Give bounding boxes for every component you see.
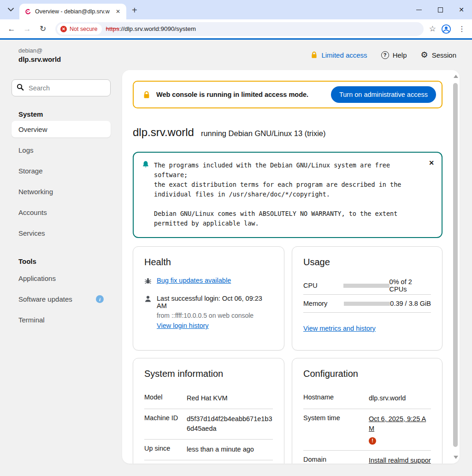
help-icon: ? — [381, 51, 389, 59]
forward-button[interactable]: → — [20, 22, 34, 36]
masthead-user: debian@ — [18, 47, 61, 54]
page-title-host: dlp.srv.world — [133, 126, 194, 139]
usage-card: Usage CPU 0% of 2 CPUs Memory 0.39 / 3.8… — [292, 246, 442, 351]
table-row: Model Red Hat KVM — [144, 388, 273, 409]
bookmark-star-icon[interactable]: ☆ — [429, 24, 436, 34]
scrollbar-up-arrow[interactable] — [454, 75, 458, 78]
usage-title: Usage — [303, 257, 431, 268]
browser-tabstrip: Overview - debian@dlp.srv.worl ✕ + ✕ — [0, 0, 472, 19]
memory-label: Memory — [303, 300, 344, 307]
help-button[interactable]: ? Help — [381, 51, 407, 59]
install-realmd-link[interactable]: Install realmd support — [369, 457, 431, 464]
session-button[interactable]: ⚙ Session — [420, 51, 456, 59]
memory-usage-row: Memory 0.39 / 3.8 GiB — [303, 295, 431, 313]
tab-close-icon[interactable]: ✕ — [113, 7, 123, 16]
limited-access-button[interactable]: Limited access — [311, 51, 367, 59]
window-controls: ✕ — [408, 0, 472, 19]
cpu-label: CPU — [303, 282, 343, 289]
time-sync-warning-icon: ! — [369, 437, 376, 445]
not-secure-label: Not secure — [70, 26, 97, 32]
close-icon[interactable]: ✕ — [429, 159, 434, 167]
address-bar[interactable]: ✕ Not secure https://dlp.srv.world:9090/… — [55, 22, 424, 36]
tab-title: Overview - debian@dlp.srv.worl — [35, 8, 110, 15]
view-login-history-link[interactable]: View login history — [157, 322, 209, 329]
limited-access-label: Limited access — [321, 51, 367, 59]
sidebar-item-terminal[interactable]: Terminal — [12, 309, 111, 330]
system-information-title: System information — [144, 369, 273, 379]
machine-id-label: Machine ID — [144, 414, 187, 434]
sidebar-item-networking[interactable]: Networking — [12, 181, 111, 202]
health-card: Health Bug fix updates availabl — [133, 246, 284, 351]
machine-id-value: d5f37d1d4f2b4eabb671e1b36d45aeda — [187, 414, 273, 434]
sidebar-item-services[interactable]: Services — [12, 223, 111, 244]
not-secure-chip[interactable]: ✕ Not secure — [57, 24, 102, 35]
window-close-button[interactable]: ✕ — [451, 0, 472, 19]
model-value: Red Hat KVM — [187, 393, 273, 403]
sidebar: System Overview Logs Storage Networking … — [0, 70, 122, 464]
hostname-value: dlp.srv.world — [369, 393, 431, 403]
hostname-label: Hostname — [303, 393, 369, 403]
domain-label: Domain — [303, 456, 369, 464]
lock-icon — [143, 91, 150, 99]
browser-menu-icon[interactable]: ⋮ — [456, 24, 467, 33]
browser-toolbar: ← → ↻ ✕ Not secure https://dlp.srv.world… — [0, 19, 472, 38]
not-secure-icon: ✕ — [60, 26, 67, 32]
table-row: System time Oct 6, 2025, 9:25 AM ! — [303, 409, 431, 451]
health-title: Health — [144, 257, 273, 268]
tab-list-chevron-button[interactable] — [5, 4, 17, 16]
user-icon — [144, 295, 152, 303]
minimize-icon — [416, 10, 422, 10]
bell-icon — [142, 161, 149, 168]
window-minimize-button[interactable] — [408, 0, 430, 19]
motd-banner: The programs included with the Debian GN… — [133, 152, 442, 238]
search-input[interactable] — [12, 79, 111, 96]
system-time-link[interactable]: Oct 6, 2025, 9:25 AM — [369, 415, 426, 432]
sidebar-item-applications[interactable]: Applications — [12, 268, 111, 289]
turn-on-admin-access-button[interactable]: Turn on administrative access — [331, 86, 436, 103]
model-label: Model — [144, 393, 187, 403]
maximize-icon — [438, 7, 443, 12]
memory-meter — [344, 302, 390, 306]
sidebar-item-storage[interactable]: Storage — [12, 161, 111, 181]
sidebar-item-logs[interactable]: Logs — [12, 140, 111, 161]
url-scheme: https — [106, 25, 119, 32]
configuration-title: Configuration — [303, 369, 431, 379]
window-maximize-button[interactable] — [430, 0, 451, 19]
new-tab-button[interactable]: + — [132, 6, 137, 15]
system-information-card: System information Model Red Hat KVM Mac… — [133, 358, 284, 464]
sidebar-item-overview[interactable]: Overview — [12, 121, 111, 137]
browser-tab[interactable]: Overview - debian@dlp.srv.worl ✕ — [19, 4, 126, 19]
gear-icon: ⚙ — [420, 51, 428, 59]
sidebar-item-accounts[interactable]: Accounts — [12, 202, 111, 223]
help-label: Help — [393, 51, 407, 59]
main-panel: Web console is running in limited access… — [122, 70, 460, 464]
scrollbar-down-arrow[interactable] — [454, 456, 458, 459]
profile-icon[interactable] — [441, 24, 452, 35]
session-label: Session — [432, 51, 456, 59]
login-from-text: from ::ffff:10.0.0.5 on web console — [157, 312, 273, 319]
sidebar-item-software-updates[interactable]: Software updates i — [12, 289, 111, 309]
search-icon — [17, 83, 24, 91]
reload-button[interactable]: ↻ — [36, 22, 50, 36]
host-switcher[interactable]: debian@ dlp.srv.world — [18, 47, 61, 63]
motd-text: The programs included with the Debian GN… — [154, 161, 401, 228]
memory-value: 0.39 / 3.8 GiB — [390, 300, 431, 307]
page-title-os: running Debian GNU/Linux 13 (trixie) — [201, 129, 326, 138]
view-metrics-link[interactable]: View metrics and history — [303, 325, 376, 332]
cpu-meter — [343, 284, 389, 288]
page-title: dlp.srv.world running Debian GNU/Linux 1… — [133, 126, 442, 139]
bug-icon — [144, 277, 152, 285]
table-row: Machine ID d5f37d1d4f2b4eabb671e1b36d45a… — [144, 409, 273, 440]
system-time-label: System time — [303, 414, 369, 445]
url-text: https://dlp.srv.world:9090/system — [106, 25, 196, 32]
masthead-host: dlp.srv.world — [18, 55, 61, 63]
masthead: debian@ dlp.srv.world Limited access ? H… — [0, 40, 472, 70]
bug-fix-updates-link[interactable]: Bug fix updates available — [157, 277, 231, 284]
sidebar-heading-tools: Tools — [18, 257, 111, 265]
scrollbar-thumb[interactable] — [453, 83, 458, 447]
table-row: Hostname dlp.srv.world — [303, 388, 431, 409]
back-button[interactable]: ← — [5, 22, 18, 36]
sidebar-heading-system: System — [18, 110, 111, 118]
url-rest: ://dlp.srv.world:9090/system — [119, 25, 196, 32]
limited-access-alert: Web console is running in limited access… — [133, 81, 442, 108]
